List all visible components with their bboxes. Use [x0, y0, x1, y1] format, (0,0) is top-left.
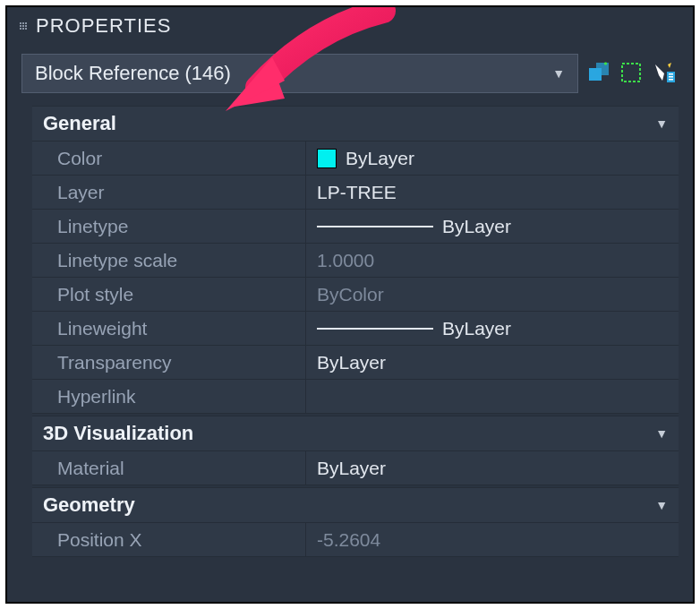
- row-value[interactable]: ByLayer: [306, 451, 679, 485]
- row-linetype-scale[interactable]: Linetype scale 1.0000: [32, 244, 679, 278]
- linetype-preview: [317, 226, 433, 227]
- row-value[interactable]: ByLayer: [306, 346, 679, 379]
- panel-header: PROPERTIES: [7, 7, 693, 54]
- row-position-x[interactable]: Position X -5.2604: [32, 523, 679, 557]
- chevron-down-icon: ▼: [655, 498, 668, 512]
- grip-icon[interactable]: [20, 19, 29, 33]
- row-label: Layer: [32, 176, 306, 209]
- chevron-down-icon: ▼: [655, 116, 668, 131]
- color-value-text: ByLayer: [346, 148, 414, 169]
- toolbar-icons: [585, 59, 679, 88]
- color-swatch: [317, 149, 337, 168]
- plotstyle-value-text: ByColor: [317, 284, 384, 305]
- row-value[interactable]: ByColor: [306, 278, 679, 311]
- row-label: Linetype: [32, 210, 306, 243]
- selector-row: Block Reference (146) ▼: [7, 54, 693, 106]
- row-label: Plot style: [32, 278, 306, 311]
- row-lineweight[interactable]: Lineweight ByLayer: [32, 312, 679, 346]
- svg-rect-5: [669, 76, 673, 78]
- svg-rect-1: [596, 63, 609, 75]
- section-general: General ▼ Color ByLayer Layer LP-TREE Li…: [32, 106, 679, 414]
- chevron-down-icon: ▼: [655, 426, 668, 441]
- row-color[interactable]: Color ByLayer: [32, 142, 679, 176]
- row-label: Linetype scale: [32, 244, 306, 277]
- row-value[interactable]: 1.0000: [306, 244, 679, 277]
- row-label: Color: [32, 142, 306, 175]
- material-value-text: ByLayer: [317, 458, 386, 479]
- linetype-value-text: ByLayer: [442, 216, 511, 237]
- properties-panel: PROPERTIES Block Reference (146) ▼: [5, 5, 695, 604]
- svg-rect-4: [669, 73, 673, 75]
- row-hyperlink[interactable]: Hyperlink: [32, 380, 679, 414]
- row-value[interactable]: ByLayer: [306, 312, 679, 345]
- row-label: Hyperlink: [32, 380, 306, 413]
- svg-rect-2: [622, 64, 640, 81]
- section-title: General: [43, 112, 116, 135]
- row-layer[interactable]: Layer LP-TREE: [32, 176, 679, 210]
- row-value[interactable]: [306, 380, 679, 413]
- row-label: Material: [32, 451, 306, 485]
- lineweight-value-text: ByLayer: [442, 318, 511, 339]
- row-label: Transparency: [32, 346, 306, 379]
- row-transparency[interactable]: Transparency ByLayer: [32, 346, 679, 380]
- svg-rect-6: [669, 79, 673, 81]
- layer-value-text: LP-TREE: [317, 182, 397, 203]
- panel-title: PROPERTIES: [36, 14, 171, 38]
- selector-value: Block Reference (146): [35, 62, 231, 85]
- section-geometry-header[interactable]: Geometry ▼: [32, 488, 679, 523]
- row-label: Position X: [32, 523, 306, 556]
- row-linetype[interactable]: Linetype ByLayer: [32, 210, 679, 244]
- row-value[interactable]: ByLayer: [306, 210, 679, 243]
- section-title: Geometry: [43, 493, 135, 517]
- row-label: Lineweight: [32, 312, 306, 345]
- chevron-down-icon: ▼: [552, 66, 565, 81]
- select-objects-icon[interactable]: [618, 59, 646, 88]
- row-value[interactable]: -5.2604: [306, 523, 679, 556]
- posx-value-text: -5.2604: [317, 529, 380, 551]
- lineweight-preview: [317, 328, 433, 330]
- ltscale-value-text: 1.0000: [317, 250, 374, 271]
- row-value[interactable]: LP-TREE: [306, 176, 679, 209]
- section-title: 3D Visualization: [43, 422, 193, 445]
- quick-select-icon[interactable]: [650, 59, 679, 88]
- object-type-selector[interactable]: Block Reference (146) ▼: [21, 54, 578, 93]
- section-3d-header[interactable]: 3D Visualization ▼: [32, 416, 679, 451]
- row-material[interactable]: Material ByLayer: [32, 451, 679, 485]
- section-geometry: Geometry ▼ Position X -5.2604: [32, 487, 679, 557]
- toggle-pickadd-icon[interactable]: [585, 59, 614, 88]
- transparency-value-text: ByLayer: [317, 352, 386, 373]
- row-plot-style[interactable]: Plot style ByColor: [32, 278, 679, 312]
- row-value[interactable]: ByLayer: [306, 142, 679, 175]
- section-3d-visualization: 3D Visualization ▼ Material ByLayer: [32, 416, 679, 485]
- section-general-header[interactable]: General ▼: [32, 107, 679, 142]
